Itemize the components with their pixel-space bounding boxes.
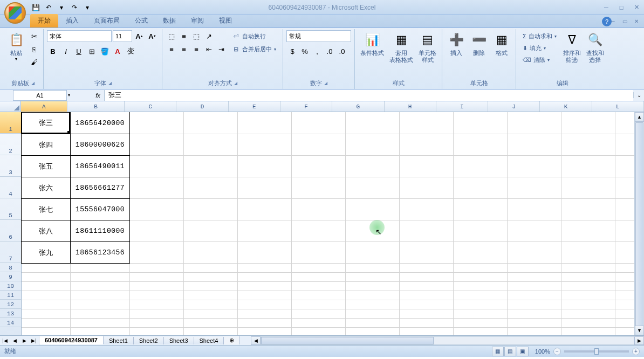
row-header-3[interactable]: 3: [0, 155, 21, 177]
row-header-11[interactable]: 11: [0, 291, 21, 300]
sheet-first-button[interactable]: |◀: [0, 336, 10, 345]
increase-decimal-button[interactable]: .0: [324, 45, 335, 57]
right-align-button[interactable]: ≡: [190, 43, 202, 55]
increase-font-button[interactable]: A▴: [133, 30, 145, 42]
number-format-select[interactable]: [286, 30, 351, 42]
fx-button[interactable]: fx: [92, 90, 105, 101]
row-header-13[interactable]: 13: [0, 309, 21, 318]
italic-button[interactable]: I: [60, 45, 72, 57]
sheet-tab-1[interactable]: Sheet1: [104, 337, 134, 344]
find-select-button[interactable]: 🔍查找和 选择: [584, 30, 606, 65]
sheet-next-button[interactable]: ▶: [19, 336, 29, 345]
row-header-2[interactable]: 2: [0, 134, 21, 155]
formula-expand-button[interactable]: ⌄: [633, 92, 644, 98]
sheet-tab-0[interactable]: 6040609424930087: [39, 336, 104, 344]
col-header-K[interactable]: K: [540, 101, 592, 112]
fill-button[interactable]: ⬇填充▾: [519, 42, 560, 54]
autosum-button[interactable]: Σ自动求和▾: [519, 30, 560, 42]
cell-B6[interactable]: 18611110000: [70, 220, 130, 242]
row-header-7[interactable]: 7: [0, 241, 21, 263]
col-header-E[interactable]: E: [229, 101, 280, 112]
tab-data[interactable]: 数据: [155, 14, 183, 27]
cell-A1[interactable]: 张三: [21, 112, 71, 134]
zoom-out-button[interactable]: −: [553, 348, 561, 355]
percent-button[interactable]: %: [299, 45, 311, 57]
cell-A4[interactable]: 张六: [21, 177, 71, 199]
col-header-I[interactable]: I: [436, 101, 488, 112]
decrease-decimal-button[interactable]: .0: [336, 45, 348, 57]
cell-B3[interactable]: 18656490011: [70, 155, 130, 177]
col-header-H[interactable]: H: [385, 101, 436, 112]
qat-dropdown[interactable]: ▾: [56, 2, 67, 13]
tab-review[interactable]: 审阅: [183, 14, 211, 27]
row-header-10[interactable]: 10: [0, 281, 21, 291]
scroll-up-button[interactable]: ▲: [635, 112, 644, 122]
scroll-down-button[interactable]: ▼: [635, 326, 644, 335]
delete-cells-button[interactable]: ➖删除: [468, 30, 490, 58]
cell-B2[interactable]: 18600000626: [70, 134, 130, 156]
sheet-tab-4[interactable]: Sheet4: [194, 337, 224, 344]
undo-button[interactable]: ↶: [43, 2, 54, 13]
row-header-8[interactable]: 8: [0, 263, 21, 272]
office-button[interactable]: [4, 2, 26, 24]
conditional-format-button[interactable]: 📊条件格式: [358, 30, 386, 58]
col-header-C[interactable]: C: [125, 101, 176, 112]
clipboard-launcher[interactable]: ◢: [31, 81, 35, 86]
comma-button[interactable]: ,: [311, 45, 323, 57]
vertical-scrollbar[interactable]: ▲ ▼: [634, 112, 644, 335]
number-launcher[interactable]: ◢: [324, 81, 327, 86]
save-button[interactable]: 💾: [30, 2, 41, 13]
decrease-font-button[interactable]: A▾: [146, 30, 158, 42]
page-layout-button[interactable]: ▤: [504, 347, 516, 356]
middle-align-button[interactable]: ≡: [178, 30, 190, 42]
col-header-B[interactable]: B: [67, 101, 125, 112]
cell-A7[interactable]: 张九: [21, 241, 71, 264]
row-header-9[interactable]: 9: [0, 272, 21, 281]
table-format-button[interactable]: ▦套用 表格格式: [387, 30, 415, 65]
bottom-align-button[interactable]: ⬚: [190, 30, 202, 42]
copy-button[interactable]: ⎘: [28, 43, 40, 55]
horizontal-scrollbar[interactable]: [261, 336, 634, 345]
formula-input[interactable]: [105, 90, 633, 101]
cut-button[interactable]: ✂: [28, 30, 40, 42]
format-painter[interactable]: 🖌: [28, 56, 40, 68]
zoom-in-button[interactable]: +: [632, 348, 640, 355]
clear-button[interactable]: ⌫清除▾: [519, 54, 560, 66]
tab-home[interactable]: 开始: [30, 14, 58, 27]
underline-button[interactable]: U: [73, 45, 85, 57]
cell-B7[interactable]: 18656123456: [70, 241, 130, 264]
cell-A3[interactable]: 张五: [21, 155, 71, 177]
cell-B5[interactable]: 15556047000: [70, 198, 130, 220]
sort-filter-button[interactable]: ᐁ排序和 筛选: [561, 30, 583, 65]
center-align-button[interactable]: ≡: [178, 43, 190, 55]
minimize-button[interactable]: ─: [601, 3, 612, 12]
sheet-prev-button[interactable]: ◀: [10, 336, 19, 345]
maximize-button[interactable]: □: [616, 3, 627, 12]
font-launcher[interactable]: ◢: [108, 81, 112, 86]
col-header-J[interactable]: J: [488, 101, 540, 112]
bold-button[interactable]: B: [47, 45, 59, 57]
orientation-button[interactable]: ↗: [203, 30, 215, 42]
insert-cells-button[interactable]: ➕插入: [446, 30, 467, 58]
zoom-slider[interactable]: [564, 350, 629, 353]
hscroll-left-button[interactable]: ◀: [251, 336, 261, 345]
col-header-G[interactable]: G: [332, 101, 384, 112]
name-box[interactable]: [13, 90, 67, 101]
cell-A6[interactable]: 张八: [21, 220, 71, 242]
wrap-text-button[interactable]: ⏎自动换行: [228, 30, 279, 42]
cell-A5[interactable]: 张七: [21, 198, 71, 220]
hscroll-thumb[interactable]: [261, 337, 434, 344]
redo-button[interactable]: ↷: [69, 2, 80, 13]
decrease-indent-button[interactable]: ⇤: [203, 43, 215, 55]
row-header-4[interactable]: 4: [0, 177, 21, 198]
paste-button[interactable]: 📋 粘贴 ▾: [5, 30, 27, 63]
merge-center-button[interactable]: ⊟合并后居中▾: [228, 43, 279, 55]
sheet-last-button[interactable]: ▶|: [29, 336, 39, 345]
tab-view[interactable]: 视图: [211, 14, 239, 27]
doc-restore[interactable]: ▭: [620, 17, 629, 25]
qat-customize[interactable]: ▾: [82, 2, 93, 13]
row-header-1[interactable]: 1: [0, 112, 21, 134]
select-all-corner[interactable]: [0, 101, 21, 112]
border-button[interactable]: ⊞: [86, 45, 98, 57]
cell-B4[interactable]: 18656661277: [70, 177, 130, 199]
